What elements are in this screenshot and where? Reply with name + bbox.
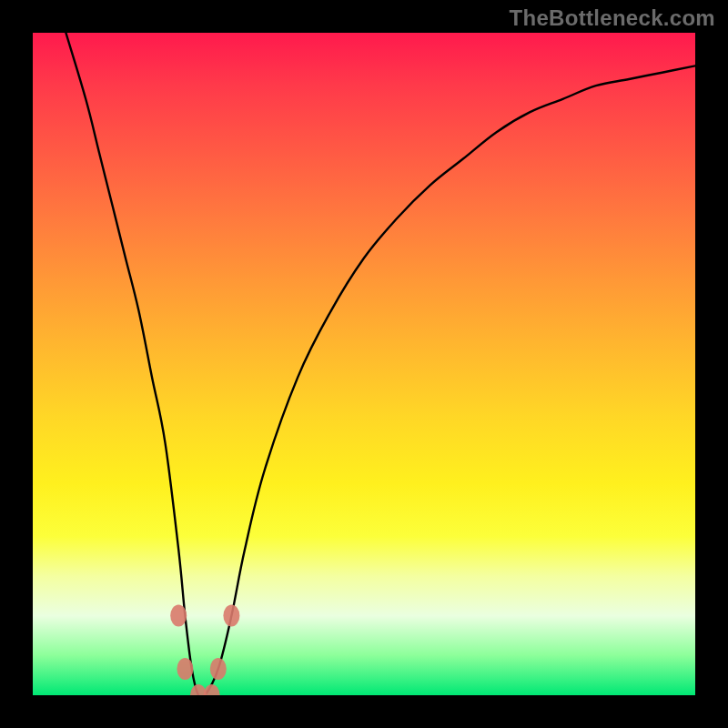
marker-dot — [204, 684, 220, 695]
plot-area — [33, 33, 695, 695]
curve-markers — [170, 605, 239, 695]
marker-dot — [177, 658, 193, 680]
marker-dot — [223, 605, 239, 627]
bottleneck-curve — [66, 33, 695, 695]
watermark-text: TheBottleneck.com — [510, 5, 715, 31]
curve-svg — [33, 33, 695, 695]
outer-frame: TheBottleneck.com — [0, 0, 728, 728]
marker-dot — [170, 605, 187, 627]
marker-dot — [210, 658, 227, 680]
